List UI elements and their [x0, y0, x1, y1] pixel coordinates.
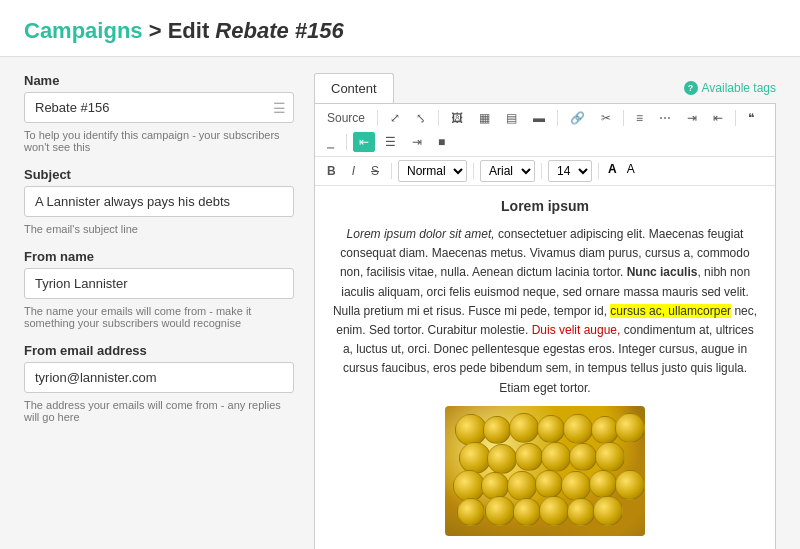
shrink-icon[interactable]: ⤣ [410, 108, 432, 128]
hr-btn[interactable]: ⎯ [321, 132, 340, 152]
toolbar-row-2: B I S Normal Arial 14 [315, 157, 775, 186]
name-input-icon: ☰ [273, 100, 286, 116]
from-name-hint: The name your emails will come from - ma… [24, 305, 294, 329]
coin-image-area: .coin { position:absolute; border-radius… [331, 406, 759, 542]
toolbar-divider-2 [438, 110, 439, 126]
align-left-btn[interactable]: ⇤ [353, 132, 375, 152]
table-btn[interactable]: ▦ [473, 108, 496, 128]
from-email-label: From email address [24, 343, 294, 358]
toolbar-divider-10 [598, 163, 599, 179]
editor-text: Lorem ipsum dolor sit amet, consectetuer… [331, 225, 759, 398]
from-name-label: From name [24, 249, 294, 264]
strikethrough-btn[interactable]: S [365, 161, 385, 181]
toolbar-divider-5 [735, 110, 736, 126]
quote-btn[interactable]: ❝ [742, 108, 760, 128]
name-field-group: Name ☰ To help you identify this campaig… [24, 73, 294, 153]
indent-btn[interactable]: ⇥ [681, 108, 703, 128]
from-email-input[interactable] [24, 362, 294, 393]
breadcrumb-separator: > Edit [143, 18, 216, 43]
subject-field-group: Subject The email's subject line [24, 167, 294, 235]
page-title: Campaigns > Edit Rebate #156 [24, 18, 776, 44]
campaigns-link[interactable]: Campaigns [24, 18, 143, 43]
toolbar-divider-3 [557, 110, 558, 126]
toolbar-divider-4 [623, 110, 624, 126]
align-center-btn[interactable]: ☰ [379, 132, 402, 152]
name-hint: To help you identify this campaign - you… [24, 129, 294, 153]
align-justify-btn[interactable]: ■ [432, 132, 451, 152]
bg-color-btn[interactable]: A [624, 161, 638, 181]
toolbar-divider-1 [377, 110, 378, 126]
from-email-hint: The address your emails will come from -… [24, 399, 294, 423]
tab-content[interactable]: Content [314, 73, 394, 103]
table3-btn[interactable]: ▬ [527, 108, 551, 128]
from-name-input[interactable] [24, 268, 294, 299]
name-input[interactable] [24, 92, 294, 123]
subject-label: Subject [24, 167, 294, 182]
available-tags-icon: ? [684, 81, 698, 95]
coin-image: .coin { position:absolute; border-radius… [445, 406, 645, 536]
bold-btn[interactable]: B [321, 161, 342, 181]
name-input-wrapper: ☰ [24, 92, 294, 123]
subject-input[interactable] [24, 186, 294, 217]
align-right-btn[interactable]: ⇥ [406, 132, 428, 152]
font-family-select[interactable]: Arial [480, 160, 535, 182]
unlink-btn[interactable]: ✂ [595, 108, 617, 128]
page-header: Campaigns > Edit Rebate #156 [0, 0, 800, 57]
subject-hint: The email's subject line [24, 223, 294, 235]
toolbar-divider-8 [473, 163, 474, 179]
right-panel: Content ? Available tags Source ⤢ ⤣ 🖼 [314, 73, 776, 549]
ol-btn[interactable]: ⋯ [653, 108, 677, 128]
editor-body[interactable]: Lorem ipsum Lorem ipsum dolor sit amet, … [315, 186, 775, 549]
source-btn[interactable]: Source [321, 108, 371, 128]
tab-bar: Content ? Available tags [314, 73, 776, 103]
ul-btn[interactable]: ≡ [630, 108, 649, 128]
from-email-field-group: From email address The address your emai… [24, 343, 294, 423]
toolbar-divider-6 [346, 134, 347, 150]
main-content: Name ☰ To help you identify this campaig… [0, 57, 800, 549]
link-btn[interactable]: 🔗 [564, 108, 591, 128]
font-size-select[interactable]: 14 [548, 160, 592, 182]
page-wrapper: Campaigns > Edit Rebate #156 Name ☰ To h… [0, 0, 800, 549]
expand-icon[interactable]: ⤢ [384, 108, 406, 128]
editor-title: Lorem ipsum [331, 196, 759, 217]
available-tags-label: Available tags [702, 81, 777, 95]
italic-btn[interactable]: I [346, 161, 361, 181]
font-color-btn[interactable]: A [605, 161, 620, 181]
format-select[interactable]: Normal [398, 160, 467, 182]
toolbar-row-1: Source ⤢ ⤣ 🖼 ▦ ▤ ▬ 🔗 ✂ ≡ [315, 104, 775, 157]
available-tags-link[interactable]: ? Available tags [684, 81, 777, 95]
table2-btn[interactable]: ▤ [500, 108, 523, 128]
name-label: Name [24, 73, 294, 88]
campaign-name: Rebate #156 [215, 18, 343, 43]
image-btn[interactable]: 🖼 [445, 108, 469, 128]
left-panel: Name ☰ To help you identify this campaig… [24, 73, 294, 549]
from-name-field-group: From name The name your emails will come… [24, 249, 294, 329]
editor-container: Source ⤢ ⤣ 🖼 ▦ ▤ ▬ 🔗 ✂ ≡ [314, 103, 776, 549]
toolbar-divider-9 [541, 163, 542, 179]
outdent-btn[interactable]: ⇤ [707, 108, 729, 128]
toolbar-divider-7 [391, 163, 392, 179]
